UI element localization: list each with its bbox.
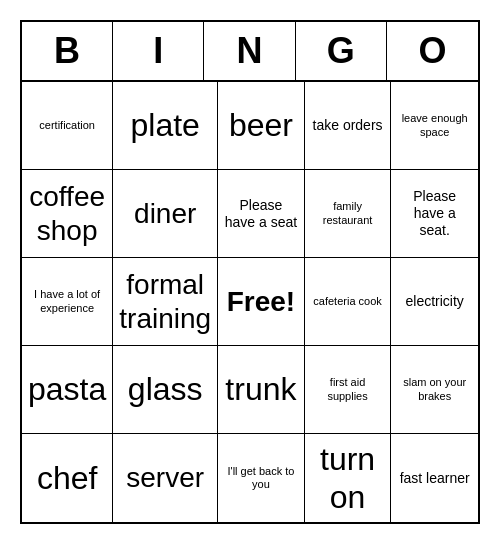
bingo-cell: Free! bbox=[218, 258, 305, 346]
cell-text: take orders bbox=[313, 117, 383, 134]
bingo-cell: coffee shop bbox=[22, 170, 113, 258]
cell-text: trunk bbox=[225, 370, 296, 408]
bingo-cell: server bbox=[113, 434, 218, 522]
bingo-cell: plate bbox=[113, 82, 218, 170]
bingo-cell: Please have a seat bbox=[218, 170, 305, 258]
cell-text: I have a lot of experience bbox=[28, 288, 106, 314]
header-letter: O bbox=[387, 22, 478, 80]
cell-text: beer bbox=[229, 106, 293, 144]
bingo-card: BINGO certificationplatebeertake ordersl… bbox=[20, 20, 480, 524]
cell-text: glass bbox=[128, 370, 203, 408]
bingo-cell: first aid supplies bbox=[305, 346, 392, 434]
bingo-cell: family restaurant bbox=[305, 170, 392, 258]
cell-text: Please have a seat bbox=[224, 197, 298, 231]
bingo-cell: I have a lot of experience bbox=[22, 258, 113, 346]
bingo-cell: fast learner bbox=[391, 434, 478, 522]
bingo-cell: leave enough space bbox=[391, 82, 478, 170]
cell-text: coffee shop bbox=[28, 180, 106, 247]
cell-text: pasta bbox=[28, 370, 106, 408]
cell-text: cafeteria cook bbox=[313, 295, 381, 308]
bingo-cell: slam on your brakes bbox=[391, 346, 478, 434]
bingo-cell: beer bbox=[218, 82, 305, 170]
cell-text: I'll get back to you bbox=[224, 465, 298, 491]
header-letter: I bbox=[113, 22, 204, 80]
bingo-cell: certification bbox=[22, 82, 113, 170]
bingo-cell: I'll get back to you bbox=[218, 434, 305, 522]
header-letter: B bbox=[22, 22, 113, 80]
cell-text: slam on your brakes bbox=[397, 376, 472, 402]
bingo-cell: formal training bbox=[113, 258, 218, 346]
bingo-cell: glass bbox=[113, 346, 218, 434]
cell-text: chef bbox=[37, 459, 97, 497]
cell-text: fast learner bbox=[400, 470, 470, 487]
cell-text: family restaurant bbox=[311, 200, 385, 226]
cell-text: certification bbox=[39, 119, 95, 132]
bingo-cell: cafeteria cook bbox=[305, 258, 392, 346]
bingo-cell: turn on bbox=[305, 434, 392, 522]
cell-text: leave enough space bbox=[397, 112, 472, 138]
cell-text: Free! bbox=[227, 285, 295, 319]
cell-text: electricity bbox=[406, 293, 464, 310]
cell-text: turn on bbox=[311, 440, 385, 517]
bingo-cell: electricity bbox=[391, 258, 478, 346]
cell-text: server bbox=[126, 461, 204, 495]
bingo-cell: take orders bbox=[305, 82, 392, 170]
bingo-cell: trunk bbox=[218, 346, 305, 434]
bingo-grid: certificationplatebeertake ordersleave e… bbox=[22, 82, 478, 522]
header-letter: N bbox=[204, 22, 295, 80]
bingo-cell: diner bbox=[113, 170, 218, 258]
cell-text: first aid supplies bbox=[311, 376, 385, 402]
cell-text: Please have a seat. bbox=[397, 188, 472, 238]
header-letter: G bbox=[296, 22, 387, 80]
cell-text: formal training bbox=[119, 268, 211, 335]
bingo-cell: pasta bbox=[22, 346, 113, 434]
bingo-cell: chef bbox=[22, 434, 113, 522]
cell-text: plate bbox=[131, 106, 200, 144]
bingo-cell: Please have a seat. bbox=[391, 170, 478, 258]
cell-text: diner bbox=[134, 197, 196, 231]
bingo-header: BINGO bbox=[22, 22, 478, 82]
